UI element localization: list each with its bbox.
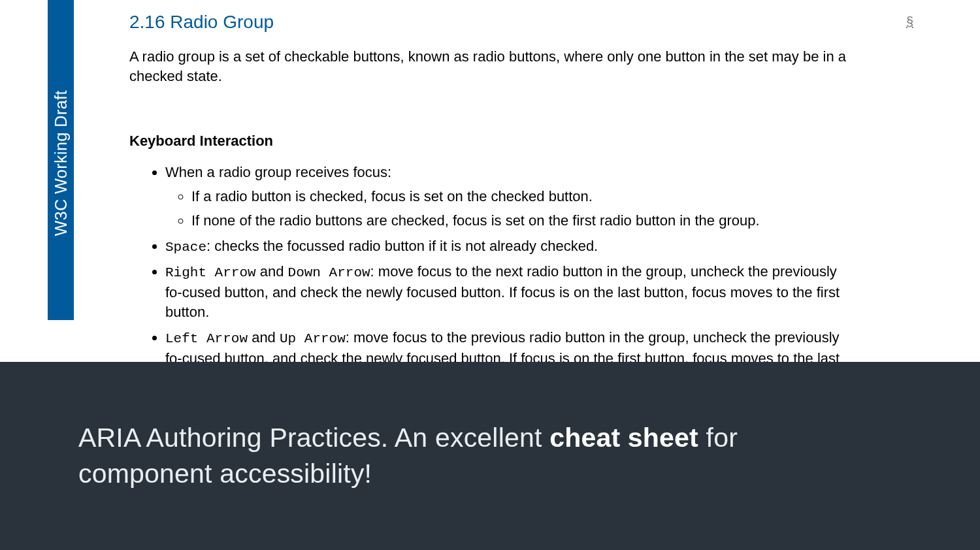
w3c-sidebar-label: W3C Working Draft (52, 84, 71, 236)
focus-sublist: If a radio button is checked, focus is s… (165, 187, 855, 231)
list-item: Space: checks the focussed radio button … (165, 236, 855, 257)
kbd-right-arrow: Right Arrow (165, 265, 256, 280)
list-item: If a radio button is checked, focus is s… (191, 187, 855, 207)
caption-bold: cheat sheet (549, 423, 698, 453)
list-text: If none of the radio buttons are checked… (191, 212, 760, 229)
keyboard-interaction-heading: Keyboard Interaction (129, 133, 855, 150)
kbd-down-arrow: Down Arrow (288, 265, 370, 280)
keyboard-interaction-list: When a radio group receives focus: If a … (129, 163, 855, 389)
section-anchor-link[interactable]: § (906, 14, 913, 29)
section-heading: 2.16 Radio Group (129, 12, 855, 33)
list-item: Right Arrow and Down Arrow: move focus t… (165, 262, 855, 323)
list-item: When a radio group receives focus: If a … (165, 163, 855, 231)
kbd-left-arrow: Left Arrow (165, 331, 248, 346)
list-text: and (248, 329, 280, 346)
list-text: When a radio group receives focus: (165, 164, 391, 180)
kbd-space: Space (165, 240, 206, 255)
document-area: W3C Working Draft 2.16 Radio Group § A r… (0, 0, 980, 362)
section-content: 2.16 Radio Group § A radio group is a se… (129, 12, 855, 394)
caption-pre: ARIA Authoring Practices. An excellent (78, 423, 549, 453)
list-text: : checks the focussed radio button if it… (206, 238, 598, 254)
list-item: If none of the radio buttons are checked… (191, 211, 855, 231)
slide-caption: ARIA Authoring Practices. An excellent c… (78, 420, 764, 493)
list-text: If a radio button is checked, focus is s… (191, 188, 593, 204)
section-intro: A radio group is a set of checkable butt… (129, 47, 855, 86)
list-text: and (256, 263, 288, 280)
slide-caption-area: ARIA Authoring Practices. An excellent c… (0, 362, 980, 550)
kbd-up-arrow: Up Arrow (280, 331, 346, 346)
w3c-sidebar: W3C Working Draft (48, 0, 74, 320)
